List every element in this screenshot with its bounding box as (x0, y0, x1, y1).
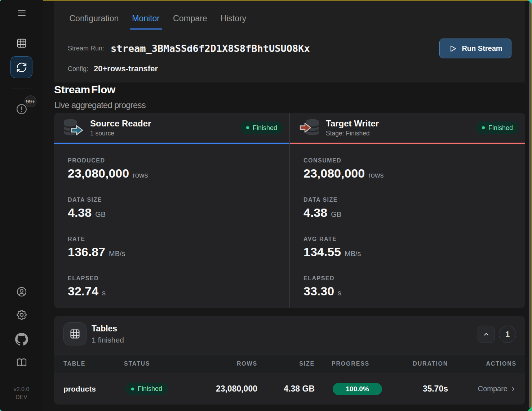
source-reader-subtitle: 1 source (90, 130, 151, 137)
config-label: Config: (68, 65, 88, 73)
compare-link[interactable]: Compare (448, 385, 517, 393)
table-count: 1 (505, 330, 510, 339)
column-header-table: TABLE (63, 361, 124, 367)
target-status-badge: Finished (476, 121, 519, 134)
stream-run-row: Stream Run: stream_3BMaSSd6f2D1X8S8fBhtU… (68, 39, 310, 58)
target-writer-title: Target Writer (326, 119, 379, 128)
column-header-status: STATUS (124, 361, 202, 367)
cell-rows: 23,080,000 (202, 384, 257, 394)
gear-icon (15, 309, 28, 321)
table-grid-icon (69, 328, 81, 340)
stream-run-id: stream_3BMaSSd6f2D1X8S8fBhtUSUO8Kx (111, 43, 310, 54)
window-frame-top (43, 0, 532, 1)
scrollbar-thumb[interactable] (529, 2, 531, 408)
run-stream-button[interactable]: Run Stream (439, 39, 511, 58)
cell-duration: 35.70s (398, 384, 448, 394)
settings-button[interactable] (15, 309, 28, 321)
status-text: Finished (138, 385, 162, 393)
column-header-actions: ACTIONS (448, 361, 517, 367)
status-dot (246, 126, 249, 129)
tables-subtitle: 1 finished (92, 336, 124, 344)
menu-button[interactable] (17, 9, 26, 17)
cell-progress: 100.0% (315, 383, 398, 395)
header-strip: Configuration Monitor Compare History St… (54, 1, 525, 82)
version-number: v2.0.0 (14, 385, 30, 393)
tab-configuration[interactable]: Configuration (63, 8, 125, 29)
tab-monitor[interactable]: Monitor (125, 8, 167, 29)
column-header-rows: ROWS (202, 361, 257, 367)
table-row: products Finished 23,080,000 4.38 GB 100… (54, 373, 525, 405)
stat-avg-rate: AVG RATE 134.55MB/s (303, 236, 525, 259)
docs-button[interactable] (16, 357, 27, 368)
tab-history[interactable]: History (214, 8, 253, 29)
github-button[interactable] (15, 333, 28, 346)
active-tab-underline (130, 28, 162, 30)
stat-unit: MB/s (109, 250, 125, 258)
config-row: Config: 20+rows-transfer (68, 62, 158, 76)
column-header-progress: PROGRESS (315, 361, 398, 367)
account-button[interactable] (16, 286, 27, 298)
column-header-duration: DURATION (398, 361, 448, 367)
tables-title: Tables (92, 324, 117, 334)
stat-value: 23,080,000 (68, 166, 129, 180)
stat-label: ELAPSED (68, 275, 289, 282)
stat-label: DATA SIZE (303, 196, 525, 203)
stat-value: 32.74 (68, 284, 98, 298)
run-stream-label: Run Stream (462, 44, 502, 53)
source-reader-card: Source Reader 1 source Finished PRODUCED… (54, 113, 289, 308)
status-text: Finished (253, 124, 277, 131)
target-writer-titles: Target Writer Stage: Finished (326, 119, 379, 137)
target-writer-stats: CONSUMED 23,080,000rows DATA SIZE 4.38GB… (290, 144, 525, 298)
tables-icon-box (63, 322, 87, 345)
stat-unit: GB (331, 210, 341, 219)
collapse-button[interactable] (478, 326, 495, 343)
stat-value: 4.38 (303, 206, 327, 219)
stat-rate: RATE 136.87MB/s (68, 236, 289, 259)
stat-value: 134.55 (303, 245, 341, 259)
sidebar: 99+ v2.0.0 DEV (0, 0, 43, 411)
stat-unit: s (102, 289, 106, 297)
column-header-size: SIZE (257, 361, 315, 367)
tab-label: History (221, 14, 247, 23)
target-writer-subtitle: Stage: Finished (326, 130, 379, 137)
tab-compare[interactable]: Compare (167, 8, 214, 29)
database-import-icon (300, 118, 319, 138)
version-env: DEV (15, 393, 27, 401)
chevron-right-icon (510, 386, 517, 392)
tab-label: Configuration (70, 14, 119, 23)
stat-value: 4.38 (68, 206, 92, 219)
sidebar-border (43, 0, 43, 281)
stat-label: DATA SIZE (68, 196, 289, 203)
source-reader-titles: Source Reader 1 source (90, 119, 151, 137)
stat-label: CONSUMED (303, 157, 525, 164)
stat-label: RATE (68, 236, 289, 242)
compare-label: Compare (478, 385, 507, 393)
row-status-badge: Finished (125, 383, 168, 395)
stat-consumed: CONSUMED 23,080,000rows (303, 157, 525, 180)
stat-label: AVG RATE (303, 236, 525, 242)
alert-circle-icon (15, 103, 28, 115)
stat-data-size: DATA SIZE 4.38GB (68, 196, 289, 219)
stat-value: 23,080,000 (303, 166, 365, 180)
chevron-up-icon (483, 331, 490, 338)
sidebar-item-tables[interactable] (15, 37, 28, 49)
tab-label: Monitor (132, 14, 160, 23)
stat-label: PRODUCED (68, 157, 289, 164)
sidebar-item-stream-active[interactable] (10, 56, 32, 78)
stat-elapsed: ELAPSED 33.30s (303, 275, 525, 298)
stat-produced: PRODUCED 23,080,000rows (68, 157, 289, 180)
sync-icon (16, 62, 27, 73)
target-writer-card: Target Writer Stage: Finished Finished C… (289, 113, 525, 308)
table-grid-icon (16, 37, 27, 49)
notifications-button[interactable] (15, 103, 28, 115)
stat-value: 33.30 (303, 284, 334, 298)
tab-label: Compare (173, 14, 207, 23)
cell-status: Finished (124, 383, 202, 395)
cell-size: 4.38 GB (257, 384, 315, 394)
tab-bar: Configuration Monitor Compare History (54, 8, 525, 29)
stat-unit: rows (133, 171, 148, 179)
progress-pill: 100.0% (333, 383, 382, 395)
table-count-button[interactable]: 1 (499, 326, 516, 343)
stat-unit: s (338, 289, 341, 297)
table-header-row: TABLE STATUS ROWS SIZE PROGRESS DURATION… (54, 354, 525, 373)
